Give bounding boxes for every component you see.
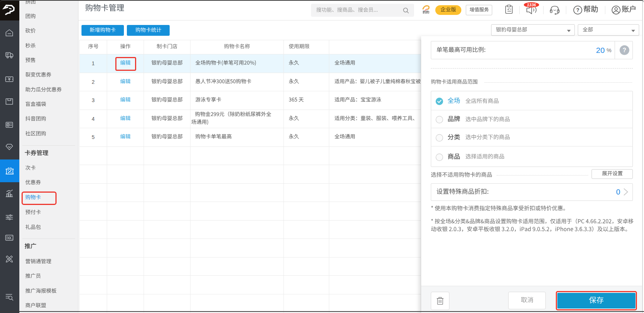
svg-text:?: ? [576, 7, 580, 13]
svg-text:?: ? [623, 47, 627, 53]
